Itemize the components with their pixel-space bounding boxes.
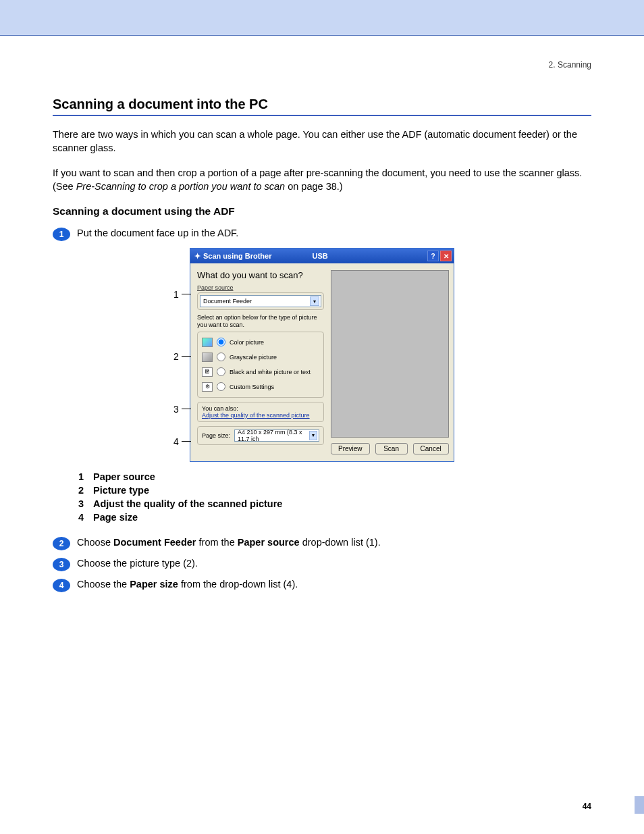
step-number-badge-2: 2 [53,537,70,550]
paper-source-group: Document Feeder ▾ [197,292,324,310]
step-3: 3 Choose the picture type (2). [53,557,591,571]
page-size-label: Page size: [202,432,230,439]
preview-pane [331,270,449,438]
callout-1-line [182,294,191,294]
cancel-button[interactable]: Cancel [413,443,449,454]
step-4-text: Choose the Paper size from the drop-down… [77,578,298,592]
legend-row-2: 2Picture type [78,485,591,496]
option-color-label: Color picture [230,339,264,346]
step-number-badge-3: 3 [53,558,70,571]
close-icon[interactable]: ✕ [440,251,452,261]
option-grayscale-label: Grayscale picture [230,354,277,361]
preview-button[interactable]: Preview [331,443,370,454]
step-3-text: Choose the picture type (2). [77,557,198,571]
picture-type-caption: Select an option below for the type of p… [197,314,324,329]
color-picture-icon [202,338,213,347]
callout-1: 1 [173,288,179,301]
you-can-also-group: You can also: Adjust the quality of the … [197,402,324,422]
breadcrumb: 2. Scanning [53,60,591,70]
top-header-band [0,0,644,35]
section-heading: Scanning a document into the PC [53,97,591,116]
dialog-right-panel: Preview Scan Cancel [331,270,449,454]
side-tab-marker [635,796,644,814]
step-1: 1 Put the document face up in the ADF. [53,227,591,241]
adjust-quality-link[interactable]: Adjust the quality of the scanned pictur… [202,412,310,419]
intro-paragraph-2: If you want to scan and then crop a port… [53,167,591,193]
subsection-heading: Scanning a document using the ADF [53,205,591,217]
step-1-text: Put the document face up in the ADF. [77,227,238,240]
para2-tail: on page 38.) [285,181,342,192]
radio-bw[interactable] [217,367,225,376]
paper-source-label: Paper source [197,284,324,291]
you-can-also-label: You can also: [202,405,319,412]
dialog-body: What do you want to scan? Paper source D… [190,263,454,461]
scan-dialog-figure: 1 2 3 4 ✦ Scan using Brother USB ? ✕ [190,248,454,462]
dialog-connection-label: USB [312,252,327,260]
step-4: 4 Choose the Paper size from the drop-do… [53,578,591,592]
paper-source-value: Document Feeder [203,298,252,305]
wizard-icon: ✦ [194,252,200,261]
scan-dialog-window: ✦ Scan using Brother USB ? ✕ What do you… [190,248,454,462]
option-grayscale-picture[interactable]: Grayscale picture [200,350,321,365]
paper-source-dropdown[interactable]: Document Feeder ▾ [200,295,321,307]
callout-4: 4 [173,436,179,448]
legend-row-3: 3Adjust the quality of the scanned pictu… [78,498,591,509]
option-bw-label: Black and white picture or text [230,369,311,375]
dialog-question: What do you want to scan? [197,270,324,280]
radio-color[interactable] [217,338,225,346]
page-size-value: A4 210 x 297 mm (8.3 x 11.7 ich [238,429,309,442]
option-custom-settings[interactable]: ⚙ Custom Settings [200,380,321,394]
callout-2-line [182,356,191,357]
chevron-down-icon[interactable]: ▾ [309,431,317,440]
callout-3: 3 [173,403,179,415]
scan-button[interactable]: Scan [375,443,408,454]
option-custom-label: Custom Settings [230,384,274,390]
dialog-button-row: Preview Scan Cancel [331,443,449,454]
grayscale-picture-icon [202,353,213,362]
callout-2: 2 [173,350,179,363]
step-2-text: Choose Document Feeder from the Paper so… [77,536,381,550]
page-size-dropdown[interactable]: A4 210 x 297 mm (8.3 x 11.7 ich ▾ [234,429,319,442]
step-number-badge-4: 4 [53,579,70,592]
step-2: 2 Choose Document Feeder from the Paper … [53,536,591,550]
page-number: 44 [583,802,591,811]
callout-3-line [182,409,191,409]
option-bw-text[interactable]: 🖹 Black and white picture or text [200,365,321,380]
figure-container: 1 2 3 4 ✦ Scan using Brother USB ? ✕ [53,248,591,462]
radio-custom[interactable] [217,382,225,391]
callout-legend: 1Paper source 2Picture type 3Adjust the … [78,471,591,523]
legend-row-1: 1Paper source [78,471,591,482]
callout-4-line [182,441,191,442]
cross-reference-link[interactable]: Pre-Scanning to crop a portion you want … [76,181,286,192]
chevron-down-icon[interactable]: ▾ [310,296,319,306]
custom-settings-icon: ⚙ [202,382,213,392]
option-color-picture[interactable]: Color picture [200,335,321,350]
bw-text-icon: 🖹 [202,367,213,377]
help-icon[interactable]: ? [427,251,439,261]
picture-type-group: Color picture Grayscale picture 🖹 Black [197,332,324,398]
radio-grayscale[interactable] [217,353,225,361]
intro-paragraph-1: There are two ways in which you can scan… [53,128,591,155]
dialog-title: Scan using Brother [203,252,271,260]
dialog-left-panel: What do you want to scan? Paper source D… [197,270,324,454]
page-content: 2. Scanning Scanning a document into the… [0,36,644,592]
legend-row-4: 4Page size [78,512,591,523]
page-size-group: Page size: A4 210 x 297 mm (8.3 x 11.7 i… [197,426,324,445]
step-number-badge-1: 1 [53,228,70,241]
dialog-titlebar[interactable]: ✦ Scan using Brother USB ? ✕ [190,249,454,263]
